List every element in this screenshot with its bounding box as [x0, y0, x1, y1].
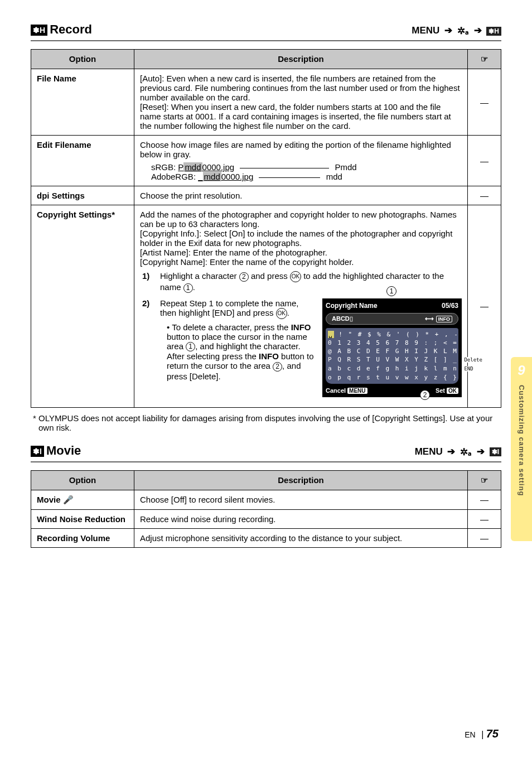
screen-wrapper: 1 Copyright Name 05/63 ABCD▯ ⟷ INFO	[322, 298, 462, 397]
side-tab-text: Customizing camera setting	[518, 385, 526, 496]
entered-chars: ABCD	[332, 315, 350, 322]
footnote: * OLYMPUS does not accept liability for …	[33, 413, 501, 432]
screen-title-row: Copyright Name 05/63	[326, 302, 458, 310]
side-tab-number: 9	[518, 363, 525, 378]
filename-examples: sRGB: Pmdd0000.jpg Pmdd AdobeRGB: _mdd00…	[140, 162, 462, 181]
adobe-prefix: _	[198, 172, 202, 181]
callout-2: 2	[420, 390, 430, 400]
delete-tag: Delete	[462, 357, 484, 363]
step-list: 1) Highlight a character 2 and press OK …	[142, 271, 462, 397]
copyright-screen: Copyright Name 05/63 ABCD▯ ⟷ INFO ␣ ! " …	[322, 298, 462, 397]
record-title: Record	[50, 22, 92, 36]
ref-cell: —	[468, 490, 501, 509]
movie-path-icon: ✽I	[490, 447, 501, 456]
edit-intro: Choose how image files are named by edit…	[140, 140, 462, 159]
ok-button-icon: OK	[290, 271, 301, 282]
description-cell: Reduce wind noise during recording.	[134, 509, 468, 528]
set-text: Set	[436, 387, 445, 394]
table-header-row: Option Description ☞	[31, 470, 501, 490]
callout-1-inline: 1	[186, 342, 195, 351]
table-row: Recording Volume Adjust microphone sensi…	[31, 528, 501, 547]
divider	[31, 40, 501, 41]
adobe-mid: mdd	[203, 172, 221, 181]
description-cell: [Auto]: Even when a new card is inserted…	[134, 69, 468, 136]
entered-text: ABCD▯	[332, 315, 353, 322]
callout-2-inline: 2	[239, 272, 249, 282]
step1-text: Highlight a character 2 and press OK to …	[160, 271, 462, 293]
info-badge-group: ⟷ INFO	[425, 315, 452, 322]
connector	[259, 177, 320, 178]
step1-num: 1)	[142, 271, 154, 293]
header-ref: ☞	[468, 470, 501, 490]
ref-cell: —	[468, 69, 501, 136]
movie-table: Option Description ☞ Movie 🎤 Choose [Off…	[31, 470, 501, 548]
table-row: Copyright Settings* Add the names of the…	[31, 205, 501, 408]
table-row: Movie 🎤 Choose [Off] to record silent mo…	[31, 490, 501, 509]
srgb-prefix: P	[178, 162, 183, 172]
srgb-suffix: 0000.jpg	[202, 162, 235, 172]
movie-title: Movie	[46, 443, 81, 457]
ref-cell: —	[468, 186, 501, 205]
adobe-filename: _mdd0000.jpg	[198, 172, 253, 181]
table-header-row: Option Description ☞	[31, 50, 501, 69]
ref-cell: —	[468, 205, 501, 408]
srgb-row: sRGB: Pmdd0000.jpg Pmdd	[151, 162, 462, 172]
end-tag: END	[462, 366, 475, 372]
table-row: Wind Noise Reduction Reduce wind noise d…	[31, 509, 501, 528]
footer-divider: |	[481, 730, 486, 739]
srgb-mid: mdd	[183, 162, 202, 172]
gear-icon: ✲ₐ	[457, 25, 469, 37]
record-path-icon: ✽H	[486, 27, 501, 36]
arrow-icon: ➔	[444, 25, 452, 36]
ok-btn-label: OK	[447, 388, 458, 394]
copyright-intro: Add the names of the photographer and co…	[140, 210, 462, 267]
record-heading: ✽HRecord	[31, 22, 92, 37]
callout-1-inline: 1	[183, 283, 193, 293]
arrow-icon: ➔	[447, 446, 455, 457]
description-cell: Adjust microphone sensitivity according …	[134, 528, 468, 547]
step2-bullets: To delete a character, press the INFO bu…	[160, 322, 316, 381]
ref-cell: —	[468, 136, 501, 186]
header-ref: ☞	[468, 50, 501, 69]
header-description: Description	[134, 50, 468, 69]
description-cell: Choose [Off] to record silent movies.	[134, 490, 468, 509]
option-cell: Movie 🎤	[31, 490, 134, 509]
step2-text-col: Repeat Step 1 to complete the name, then…	[160, 298, 316, 397]
char-grid: ␣ ! " # $ % & ' ( ) * + , - . / 0 1 2 3 …	[326, 328, 458, 384]
option-cell: dpi Settings	[31, 186, 134, 205]
info-badge: INFO	[436, 316, 453, 322]
step2-main: Repeat Step 1 to complete the name, then…	[160, 298, 316, 319]
movie-icon: ✽I	[31, 446, 44, 457]
option-cell: Wind Noise Reduction	[31, 509, 134, 528]
table-row: Edit Filename Choose how image files are…	[31, 136, 501, 186]
footer: EN | 75	[465, 727, 499, 740]
footer-lang: EN	[465, 730, 475, 739]
menu-text: MENU	[412, 25, 439, 36]
header-option: Option	[31, 50, 134, 69]
srgb-filename: Pmdd0000.jpg	[178, 162, 234, 172]
step2-num: 2)	[142, 298, 154, 397]
header-description: Description	[134, 470, 468, 490]
description-cell: Choose the print resolution.	[134, 186, 468, 205]
option-cell: Recording Volume	[31, 528, 134, 547]
adobe-row: AdobeRGB: _mdd0000.jpg mdd	[151, 172, 462, 181]
movie-menu-path: MENU ➔ ✲ₐ ➔ ✽I	[415, 446, 501, 458]
ref-cell: —	[468, 509, 501, 528]
callout-1: 1	[386, 286, 396, 296]
side-tab: 9 Customizing camera setting	[511, 357, 532, 541]
option-cell: Edit Filename	[31, 136, 134, 186]
step2-bullet: To delete a character, press the INFO bu…	[167, 322, 316, 381]
arrow-icon: ➔	[477, 446, 485, 457]
adobe-suffix: 0000.jpg	[221, 172, 254, 181]
ref-cell: —	[468, 528, 501, 547]
screen-title: Copyright Name	[326, 302, 378, 310]
option-cell: File Name	[31, 69, 134, 136]
step-1: 1) Highlight a character 2 and press OK …	[142, 271, 462, 293]
step-2: 2) Repeat Step 1 to complete the name, t…	[142, 298, 462, 397]
ok-button-icon: OK	[276, 308, 287, 319]
arrow-icon: ➔	[474, 25, 482, 36]
table-row: File Name [Auto]: Even when a new card i…	[31, 69, 501, 136]
header-option: Option	[31, 470, 134, 490]
screen-set: SetOK	[436, 387, 458, 394]
description-cell: Choose how image files are named by edit…	[134, 136, 468, 186]
